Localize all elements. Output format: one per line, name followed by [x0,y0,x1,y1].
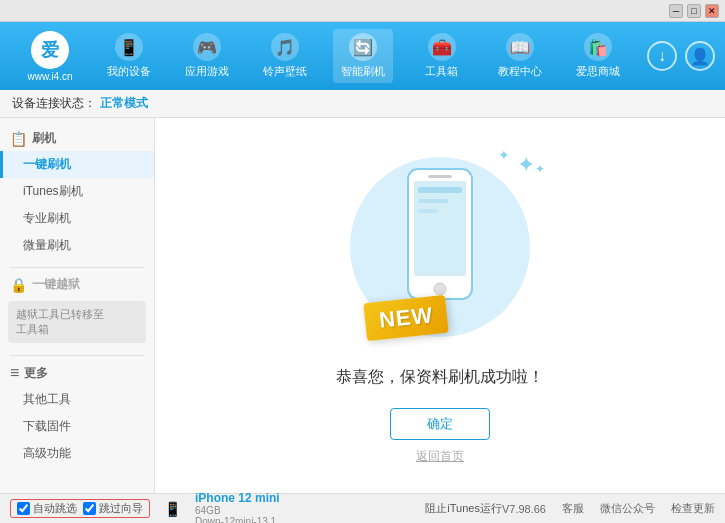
advanced-label: 高级功能 [23,446,71,460]
ringtones-label: 铃声壁纸 [263,64,307,79]
nav-items: 📱 我的设备 🎮 应用游戏 🎵 铃声壁纸 🔄 智能刷机 🧰 工具箱 📖 教程中心… [90,29,637,83]
check-update-link[interactable]: 检查更新 [671,501,715,516]
new-badge: NEW [363,294,449,340]
logo-subtext: www.i4.cn [27,71,72,82]
smart-flash-icon: 🔄 [349,33,377,61]
auto-jump-label: 自动跳选 [33,501,77,516]
nav-item-apps-games[interactable]: 🎮 应用游戏 [177,29,237,83]
stop-itunes-label: 阻止iTunes运行 [425,501,502,516]
minimize-button[interactable]: ─ [669,4,683,18]
sidebar-item-pro-flash[interactable]: 专业刷机 [0,205,154,232]
confirm-button[interactable]: 确定 [390,408,490,440]
bottom-left: 自动跳选 跳过向导 📱 iPhone 12 mini 64GB Down-12m… [10,491,425,524]
close-button[interactable]: ✕ [705,4,719,18]
ringtones-icon: 🎵 [271,33,299,61]
jailbreak-notice-text: 越狱工具已转移至 工具箱 [16,307,104,337]
download-firmware-label: 下载固件 [23,419,71,433]
sidebar-item-download-firmware[interactable]: 下载固件 [0,413,154,440]
save-flash-label: 微量刷机 [23,238,71,252]
nav-item-smart-flash[interactable]: 🔄 智能刷机 [333,29,393,83]
flash-section-label: 刷机 [32,130,56,147]
pro-flash-label: 专业刷机 [23,211,71,225]
jailbreak-notice-box: 越狱工具已转移至 工具箱 [8,301,146,343]
sidebar-section-flash: 📋 刷机 一键刷机 iTunes刷机 专业刷机 微量刷机 [0,126,154,259]
maximize-button[interactable]: □ [687,4,701,18]
nav-item-tutorial[interactable]: 📖 教程中心 [490,29,550,83]
success-text: 恭喜您，保资料刷机成功啦！ [336,367,544,388]
nav-item-toolbox[interactable]: 🧰 工具箱 [412,29,472,83]
sparkles-icon: ✦ [517,152,535,178]
stop-itunes-button[interactable]: 阻止iTunes运行 [425,501,502,516]
nav-item-my-device[interactable]: 📱 我的设备 [99,29,159,83]
download-button[interactable]: ↓ [647,41,677,71]
tutorial-icon: 📖 [506,33,534,61]
bottom-bar: 自动跳选 跳过向导 📱 iPhone 12 mini 64GB Down-12m… [0,493,725,523]
sidebar-divider-1 [10,267,144,268]
phone-svg [400,167,480,310]
logo-area: 爱 www.i4.cn [10,31,90,82]
nav-item-ringtones[interactable]: 🎵 铃声壁纸 [255,29,315,83]
main-content: 📋 刷机 一键刷机 iTunes刷机 专业刷机 微量刷机 🔒 一键越狱 [0,118,725,493]
status-value: 正常模式 [100,95,148,112]
svg-point-2 [434,283,446,295]
auto-jump-checkbox-item[interactable]: 自动跳选 [17,501,77,516]
wechat-link[interactable]: 微信公众号 [600,501,655,516]
sidebar-item-itunes-flash[interactable]: iTunes刷机 [0,178,154,205]
sidebar-item-other-tools[interactable]: 其他工具 [0,386,154,413]
mall-label: 爱思商城 [576,64,620,79]
jailbreak-section-title: 🔒 一键越狱 [0,272,154,297]
skip-guide-checkbox-item[interactable]: 跳过向导 [83,501,143,516]
other-tools-label: 其他工具 [23,392,71,406]
title-bar: ─ □ ✕ [0,0,725,22]
device-storage: 64GB [195,505,280,516]
toolbox-label: 工具箱 [425,64,458,79]
device-model: Down-12mini-13.1 [195,516,280,524]
back-home-link[interactable]: 返回首页 [416,448,464,465]
svg-rect-4 [418,187,462,193]
apps-games-label: 应用游戏 [185,64,229,79]
status-label: 设备连接状态： [12,95,96,112]
sidebar-divider-2 [10,355,144,356]
itunes-flash-label: iTunes刷机 [23,184,83,198]
sidebar-section-more: ≡ 更多 其他工具 下载固件 高级功能 [0,360,154,467]
top-navigation: 爱 www.i4.cn 📱 我的设备 🎮 应用游戏 🎵 铃声壁纸 🔄 智能刷机 … [0,22,725,90]
tutorial-label: 教程中心 [498,64,542,79]
my-device-icon: 📱 [115,33,143,61]
center-content: NEW ✦ ✦ ✦ 恭喜您，保资料刷机成功啦！ 确定 返回首页 [155,118,725,493]
jailbreak-label: 一键越狱 [32,276,80,293]
skip-guide-checkbox[interactable] [83,502,96,515]
sparkle3-icon: ✦ [535,162,545,176]
user-button[interactable]: 👤 [685,41,715,71]
window-controls[interactable]: ─ □ ✕ [669,4,719,18]
phone-illustration: NEW ✦ ✦ ✦ [340,147,540,347]
sidebar-item-save-flash[interactable]: 微量刷机 [0,232,154,259]
sparkle2-icon: ✦ [498,147,510,163]
skip-guide-label: 跳过向导 [99,501,143,516]
mall-icon: 🛍️ [584,33,612,61]
lock-icon: 🔒 [10,277,27,293]
svg-rect-1 [414,181,466,276]
more-section-icon: ≡ [10,364,19,382]
nav-right-buttons: ↓ 👤 [647,41,715,71]
sidebar-item-advanced[interactable]: 高级功能 [0,440,154,467]
customer-service-link[interactable]: 客服 [562,501,584,516]
one-click-flash-label: 一键刷机 [23,157,71,171]
svg-rect-5 [418,199,448,203]
nav-item-mall[interactable]: 🛍️ 爱思商城 [568,29,628,83]
sidebar: 📋 刷机 一键刷机 iTunes刷机 专业刷机 微量刷机 🔒 一键越狱 [0,118,155,493]
svg-rect-6 [418,209,438,213]
status-bar: 设备连接状态： 正常模式 [0,90,725,118]
sidebar-item-one-click-flash[interactable]: 一键刷机 [0,151,154,178]
version-label: V7.98.66 [502,503,546,515]
smart-flash-label: 智能刷机 [341,64,385,79]
my-device-label: 我的设备 [107,64,151,79]
device-info: iPhone 12 mini 64GB Down-12mini-13.1 [195,491,280,524]
more-section-title: ≡ 更多 [0,360,154,386]
more-section-label: 更多 [24,365,48,382]
bottom-right: V7.98.66 客服 微信公众号 检查更新 [502,501,715,516]
device-phone-icon: 📱 [164,501,181,517]
apps-games-icon: 🎮 [193,33,221,61]
auto-jump-checkbox[interactable] [17,502,30,515]
svg-rect-3 [428,175,452,178]
sidebar-section-jailbreak: 🔒 一键越狱 越狱工具已转移至 工具箱 [0,272,154,347]
